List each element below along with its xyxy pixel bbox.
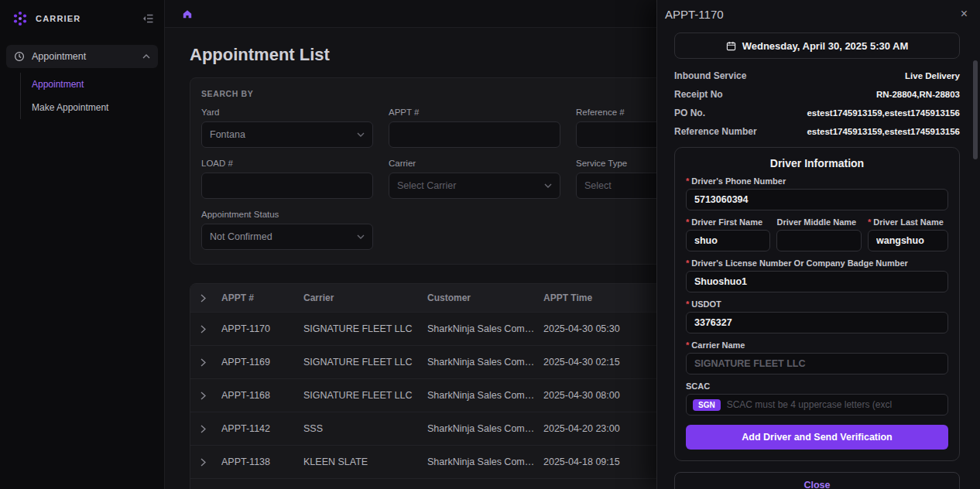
carrier-name-input[interactable] <box>686 353 948 374</box>
sidebar-item-make-appointment[interactable]: Make Appointment <box>32 96 164 119</box>
driver-name-row: Driver First Name Driver Middle Name Dri… <box>686 210 948 251</box>
cell-customer: SharkNinja Sales Company <box>427 323 543 334</box>
appt-number-label: APPT # <box>389 108 560 117</box>
cell-appt: APPT-1168 <box>221 390 303 401</box>
driver-middle-name-input[interactable] <box>776 230 861 251</box>
chevron-up-icon <box>142 54 150 59</box>
cell-carrier: SIGNATURE FLEET LLC <box>303 390 427 401</box>
cell-customer: SharkNinja Sales Company <box>427 457 543 467</box>
drawer-header: APPT-1170 × <box>657 0 980 28</box>
detail-label: Receipt No <box>674 89 723 100</box>
cell-appt: APPT-1142 <box>221 423 303 434</box>
driver-middle-name-label: Driver Middle Name <box>776 217 861 227</box>
appointment-datetime: Wednesday, April 30, 2025 5:30 AM <box>674 32 960 59</box>
usdot-label: USDOT <box>686 299 948 309</box>
carrier-label: Carrier <box>389 159 560 168</box>
scac-placeholder: SCAC must be 4 uppercase letters (excl <box>727 399 892 410</box>
col-customer: Customer <box>427 292 543 303</box>
close-icon[interactable]: × <box>961 8 968 20</box>
detail-row: Receipt No RN-28804,RN-28803 <box>674 85 960 104</box>
detail-label: Reference Number <box>674 126 757 137</box>
carrier-name-label: Carrier Name <box>686 340 948 350</box>
carrier-logo-icon <box>11 9 29 28</box>
field-load-number: LOAD # <box>201 159 373 199</box>
driver-last-name-label: Driver Last Name <box>868 217 948 227</box>
driver-last-name-field: Driver Last Name <box>868 210 948 251</box>
expand-row-icon[interactable] <box>200 392 206 400</box>
field-carrier: Carrier Select Carrier <box>389 159 560 199</box>
cell-carrier: SIGNATURE FLEET LLC <box>303 357 427 368</box>
app-root: CARRIER Appointment Appointment Make App… <box>0 0 980 489</box>
detail-value: RN-28804,RN-28803 <box>876 90 960 99</box>
add-driver-button[interactable]: Add Driver and Send Verification <box>686 425 948 450</box>
field-appt-number: APPT # <box>389 108 560 148</box>
driver-information-title: Driver Information <box>686 157 948 169</box>
detail-label: Inbound Service <box>674 70 746 81</box>
load-number-input[interactable] <box>201 173 373 199</box>
cell-customer: SharkNinja Sales Company <box>427 357 543 368</box>
driver-middle-name-field: Driver Middle Name <box>776 210 861 251</box>
driver-first-name-input[interactable] <box>686 230 770 251</box>
cell-appt: APPT-1169 <box>221 357 303 368</box>
detail-value: estest1745913159,estest1745913156 <box>807 127 960 136</box>
clock-icon <box>14 51 25 62</box>
detail-row: Reference Number estest1745913159,estest… <box>674 122 960 141</box>
sidebar-collapse-icon[interactable] <box>142 14 153 23</box>
appointment-status-select[interactable]: Not Confirmed <box>201 224 373 250</box>
driver-license-input[interactable] <box>686 271 948 292</box>
service-type-placeholder: Select <box>584 180 612 191</box>
sidebar: CARRIER Appointment Appointment Make App… <box>0 0 165 489</box>
sidebar-group-label: Appointment <box>32 51 135 62</box>
driver-phone-input[interactable] <box>686 189 948 210</box>
driver-information-panel: Driver Information Driver's Phone Number… <box>674 147 960 461</box>
chevron-down-icon <box>357 132 365 137</box>
field-yard: Yard Fontana <box>201 108 373 148</box>
appt-number-input[interactable] <box>389 121 560 148</box>
expand-all-icon[interactable] <box>200 294 206 303</box>
chevron-down-icon <box>544 183 552 188</box>
sidebar-group-appointment[interactable]: Appointment <box>6 45 158 68</box>
detail-value: Live Delivery <box>905 71 960 80</box>
yard-select[interactable]: Fontana <box>201 121 373 148</box>
driver-license-label: Driver's License Number Or Company Badge… <box>686 258 948 268</box>
driver-phone-label: Driver's Phone Number <box>686 176 948 186</box>
cell-customer: SharkNinja Sales Company <box>427 423 543 434</box>
chevron-down-icon <box>357 234 365 239</box>
scac-chip: SGN <box>693 399 721 411</box>
col-carrier: Carrier <box>303 292 427 303</box>
driver-last-name-input[interactable] <box>868 230 948 251</box>
driver-first-name-field: Driver First Name <box>686 210 770 251</box>
cell-carrier: KLEEN SLATE <box>303 457 427 467</box>
expand-row-icon[interactable] <box>200 358 206 367</box>
usdot-input[interactable] <box>686 312 948 333</box>
cell-carrier: SIGNATURE FLEET LLC <box>303 323 427 334</box>
expand-row-icon[interactable] <box>200 458 206 467</box>
scac-input[interactable]: SGN SCAC must be 4 uppercase letters (ex… <box>686 394 948 415</box>
cell-appt: APPT-1138 <box>221 457 303 467</box>
cell-customer: SharkNinja Sales Company <box>427 390 543 401</box>
drawer-scrollbar[interactable] <box>973 60 978 159</box>
detail-value: estest1745913159,estest1745913156 <box>807 108 960 118</box>
close-button[interactable]: Close <box>674 472 960 489</box>
sidebar-item-appointment[interactable]: Appointment <box>32 73 164 96</box>
yard-value: Fontana <box>210 129 245 140</box>
detail-row: Inbound Service Live Delivery <box>674 67 960 85</box>
col-appt: APPT # <box>221 292 303 303</box>
expand-row-icon[interactable] <box>200 325 206 333</box>
carrier-select[interactable]: Select Carrier <box>389 173 560 199</box>
sidebar-logo-row: CARRIER <box>0 0 164 39</box>
datetime-text: Wednesday, April 30, 2025 5:30 AM <box>742 40 909 52</box>
load-number-label: LOAD # <box>201 159 373 168</box>
appointment-detail-drawer: APPT-1170 × Wednesday, April 30, 2025 5:… <box>656 0 980 489</box>
detail-row: PO No. estest1745913159,estest1745913156 <box>674 104 960 122</box>
sidebar-submenu: Appointment Make Appointment <box>20 73 164 119</box>
driver-first-name-label: Driver First Name <box>686 217 770 227</box>
home-icon[interactable] <box>182 9 193 19</box>
drawer-body: Wednesday, April 30, 2025 5:30 AM Inboun… <box>657 28 980 489</box>
expand-row-icon[interactable] <box>200 425 206 433</box>
appointment-status-label: Appointment Status <box>201 210 373 219</box>
appointment-status-value: Not Confirmed <box>210 231 272 242</box>
detail-label: PO No. <box>674 108 705 118</box>
cell-carrier: SSS <box>303 423 427 434</box>
calendar-icon <box>726 41 736 51</box>
